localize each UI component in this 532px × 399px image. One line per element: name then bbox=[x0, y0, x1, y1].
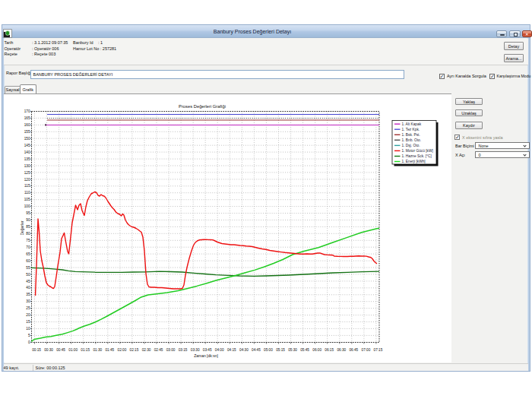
svg-text:70: 70 bbox=[26, 245, 30, 249]
svg-text:110: 110 bbox=[24, 191, 30, 195]
svg-text:170: 170 bbox=[24, 109, 30, 113]
svg-text:1. Alt Kapak: 1. Alt Kapak bbox=[402, 122, 422, 126]
svg-text:03:30: 03:30 bbox=[191, 348, 200, 352]
svg-text:155: 155 bbox=[24, 130, 30, 134]
svg-text:05:45: 05:45 bbox=[300, 348, 309, 352]
svg-text:Zaman [dk:sn]: Zaman [dk:sn] bbox=[194, 353, 218, 358]
svg-text:50: 50 bbox=[26, 273, 30, 277]
svg-text:1. Bsk. Pst.: 1. Bsk. Pst. bbox=[402, 133, 420, 137]
svg-text:06:00: 06:00 bbox=[312, 348, 321, 352]
svg-text:35: 35 bbox=[26, 293, 30, 296]
svg-text:02:30: 02:30 bbox=[142, 348, 151, 352]
svg-text:01:30: 01:30 bbox=[93, 348, 102, 352]
svg-text:0: 0 bbox=[28, 340, 30, 344]
svg-text:55: 55 bbox=[26, 266, 30, 270]
svg-text:1. Tez Kpk.: 1. Tez Kpk. bbox=[402, 128, 420, 131]
svg-text:04:15: 04:15 bbox=[227, 348, 236, 352]
svg-text:01:45: 01:45 bbox=[105, 348, 114, 352]
svg-text:90: 90 bbox=[26, 218, 30, 222]
svg-text:06:15: 06:15 bbox=[325, 348, 334, 352]
svg-text:120: 120 bbox=[24, 178, 30, 182]
svg-text:04:00: 04:00 bbox=[215, 348, 224, 352]
svg-text:130: 130 bbox=[24, 164, 30, 168]
svg-text:25: 25 bbox=[26, 306, 30, 310]
svg-text:03:15: 03:15 bbox=[179, 348, 188, 352]
svg-text:10: 10 bbox=[26, 327, 30, 331]
svg-text:100: 100 bbox=[24, 204, 30, 208]
svg-text:145: 145 bbox=[24, 144, 30, 147]
svg-text:85: 85 bbox=[26, 225, 30, 229]
svg-text:02:45: 02:45 bbox=[154, 348, 163, 352]
svg-text:Proses Değerleri Grafiği: Proses Değerleri Grafiği bbox=[179, 104, 226, 109]
svg-text:05:30: 05:30 bbox=[288, 348, 297, 352]
svg-text:05:15: 05:15 bbox=[276, 348, 285, 352]
svg-text:Değerler: Değerler bbox=[20, 220, 24, 236]
svg-text:45: 45 bbox=[26, 280, 30, 283]
svg-text:125: 125 bbox=[24, 171, 30, 175]
svg-text:115: 115 bbox=[24, 184, 30, 188]
svg-text:03:45: 03:45 bbox=[203, 348, 212, 352]
svg-text:00:15: 00:15 bbox=[32, 348, 41, 352]
svg-text:95: 95 bbox=[26, 211, 30, 215]
svg-text:1. Motor Gücü [kW]: 1. Motor Gücü [kW] bbox=[402, 149, 433, 153]
svg-text:30: 30 bbox=[26, 299, 30, 303]
svg-text:02:15: 02:15 bbox=[130, 348, 139, 352]
svg-text:15: 15 bbox=[26, 320, 30, 324]
svg-text:03:00: 03:00 bbox=[166, 348, 176, 352]
svg-text:40: 40 bbox=[26, 286, 30, 290]
svg-text:105: 105 bbox=[24, 198, 30, 201]
svg-text:1. Enerji [kWh]: 1. Enerji [kWh] bbox=[402, 160, 426, 163]
svg-text:00:45: 00:45 bbox=[56, 348, 65, 352]
svg-text:04:30: 04:30 bbox=[239, 348, 249, 352]
svg-text:135: 135 bbox=[24, 157, 30, 161]
svg-text:75: 75 bbox=[26, 239, 30, 242]
svg-text:165: 165 bbox=[24, 116, 30, 120]
svg-text:65: 65 bbox=[26, 252, 30, 256]
svg-text:00:30: 00:30 bbox=[44, 348, 53, 352]
svg-text:60: 60 bbox=[26, 259, 30, 263]
svg-text:07:00: 07:00 bbox=[362, 348, 371, 352]
svg-text:01:15: 01:15 bbox=[81, 348, 90, 352]
svg-text:140: 140 bbox=[24, 150, 30, 154]
svg-text:160: 160 bbox=[24, 123, 30, 127]
svg-text:05:00: 05:00 bbox=[264, 348, 273, 352]
svg-text:07:15: 07:15 bbox=[374, 348, 383, 352]
svg-text:80: 80 bbox=[26, 232, 30, 236]
svg-text:06:30: 06:30 bbox=[337, 348, 346, 352]
svg-text:1. Bnb. Oto.: 1. Bnb. Oto. bbox=[402, 138, 422, 142]
svg-text:150: 150 bbox=[24, 137, 30, 141]
svg-text:20: 20 bbox=[26, 313, 30, 317]
svg-text:04:45: 04:45 bbox=[252, 348, 261, 352]
svg-text:02:00: 02:00 bbox=[118, 348, 127, 352]
svg-text:01:00: 01:00 bbox=[68, 348, 78, 352]
svg-text:5: 5 bbox=[28, 334, 30, 337]
svg-text:1. Dşj. Oto.: 1. Dşj. Oto. bbox=[402, 144, 420, 147]
svg-text:1. Hazne Sck. [°C]: 1. Hazne Sck. [°C] bbox=[402, 154, 432, 158]
svg-text:06:45: 06:45 bbox=[349, 348, 358, 352]
